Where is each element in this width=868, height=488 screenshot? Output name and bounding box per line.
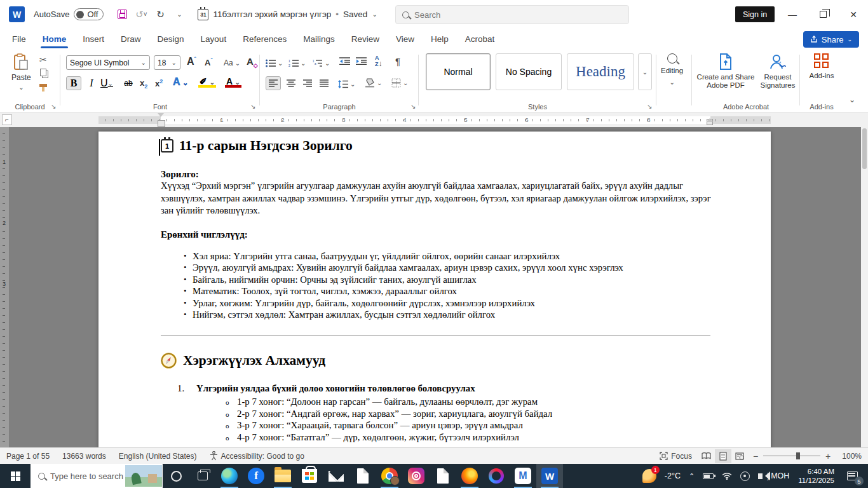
battery-button[interactable] xyxy=(700,464,717,488)
undo-button[interactable]: ↺˅ xyxy=(132,5,151,24)
action-center-button[interactable]: 5 xyxy=(840,464,864,488)
language-indicator[interactable]: English (United States) xyxy=(112,448,203,464)
restore-button[interactable] xyxy=(808,0,837,29)
editing-button[interactable]: Editing ⌄ xyxy=(661,53,683,86)
web-layout-button[interactable] xyxy=(731,449,748,463)
word-app-icon[interactable]: W xyxy=(9,6,25,22)
borders-button[interactable]: ⌄ xyxy=(391,76,408,89)
decrease-indent-button[interactable] xyxy=(339,57,350,65)
quick-access-more-button[interactable]: ⌄ xyxy=(170,5,189,24)
style-normal[interactable]: Normal xyxy=(426,53,491,90)
tray-expand-button[interactable]: ⌃ xyxy=(686,464,698,488)
change-case-button[interactable]: Aa ⌄ xyxy=(224,57,240,69)
document-page[interactable]: 1 11-р сарын Нэгдсэн Зорилго Зорилго: Хү… xyxy=(98,132,771,447)
tab-layout[interactable]: Layout xyxy=(193,29,235,50)
highlight-color-button[interactable]: ✐ ⌄ xyxy=(198,76,216,86)
horizontal-ruler[interactable]: 1 2 3 4 5 6 7 8 xyxy=(98,116,771,124)
format-painter-button[interactable] xyxy=(38,83,48,93)
sign-in-button[interactable]: Sign in xyxy=(735,6,775,22)
align-right-button[interactable] xyxy=(300,76,315,90)
start-button[interactable] xyxy=(0,464,31,488)
zoom-slider[interactable] xyxy=(763,456,820,456)
word-app[interactable]: W xyxy=(536,464,563,488)
right-indent-marker[interactable] xyxy=(707,119,713,125)
print-layout-button[interactable] xyxy=(715,449,731,463)
search-daily-image[interactable] xyxy=(125,465,162,487)
instagram-app[interactable] xyxy=(403,464,430,488)
clock[interactable]: 6:40 AM 11/12/2025 xyxy=(794,467,838,485)
tab-mailings[interactable]: Mailings xyxy=(295,29,343,50)
temperature-label[interactable]: -2°C xyxy=(661,464,684,488)
scrollbar-thumb[interactable] xyxy=(862,128,867,169)
grow-font-button[interactable]: Aˆ xyxy=(187,56,196,67)
subscript-button[interactable]: x2 xyxy=(140,78,147,90)
clipboard-dialog-launcher[interactable]: ↘ xyxy=(51,103,56,110)
read-mode-button[interactable] xyxy=(698,449,715,463)
copy-button[interactable] xyxy=(40,69,46,76)
task-view-button[interactable] xyxy=(189,464,216,488)
tab-design[interactable]: Design xyxy=(149,29,193,50)
text-effects-button[interactable]: A ⌄ xyxy=(173,76,188,88)
addins-button[interactable]: Add-ins xyxy=(804,53,839,80)
shrink-font-button[interactable]: Aˇ xyxy=(205,57,212,67)
styles-dialog-launcher[interactable]: ↘ xyxy=(647,103,652,110)
style-heading[interactable]: Heading xyxy=(567,53,634,90)
redo-button[interactable]: ↻ xyxy=(151,5,170,24)
tab-help[interactable]: Help xyxy=(423,29,457,50)
save-button[interactable] xyxy=(112,5,132,24)
tab-selector-button[interactable]: ⌐ xyxy=(2,114,12,125)
strikethrough-button[interactable]: ab xyxy=(121,76,136,90)
request-signatures-button[interactable]: × RequestSignatures xyxy=(757,53,798,90)
notepad-app[interactable] xyxy=(349,464,376,488)
bullets-button[interactable]: ⌄ xyxy=(266,57,283,69)
shading-button[interactable]: ⌄ xyxy=(365,76,382,89)
edge-app[interactable] xyxy=(216,464,243,488)
left-indent-marker[interactable] xyxy=(157,113,165,127)
zoom-in-button[interactable]: + xyxy=(825,451,831,461)
tab-home[interactable]: Home xyxy=(34,29,75,50)
vertical-scrollbar[interactable] xyxy=(861,127,868,447)
sort-button[interactable]: AZ↓ xyxy=(375,55,383,67)
line-spacing-button[interactable]: ⌄ xyxy=(338,78,355,90)
opera-app[interactable] xyxy=(483,464,510,488)
tab-acrobat[interactable]: Acrobat xyxy=(457,29,503,50)
vertical-ruler[interactable]: 1 2 3 xyxy=(0,127,9,447)
document-title-group[interactable]: 31 11бэлтгэл эрхий мэргэн үлгэр • Saved … xyxy=(198,9,377,20)
font-name-select[interactable]: Segoe UI Symbol⌄ xyxy=(66,55,150,70)
font-dialog-launcher[interactable]: ↘ xyxy=(250,103,255,110)
file-explorer-app[interactable] xyxy=(269,464,296,488)
tab-view[interactable]: View xyxy=(388,29,423,50)
zoom-level[interactable]: 100% xyxy=(836,448,868,464)
autosave-control[interactable]: AutoSave Off xyxy=(34,8,104,20)
document-app[interactable] xyxy=(430,464,456,488)
search-input[interactable]: Search xyxy=(395,5,629,24)
close-button[interactable]: ✕ xyxy=(839,0,868,29)
tab-insert[interactable]: Insert xyxy=(74,29,112,50)
wifi-button[interactable] xyxy=(719,464,735,488)
zoom-slider-thumb[interactable] xyxy=(796,452,800,459)
zoom-out-button[interactable]: − xyxy=(753,451,758,461)
create-share-pdf-button[interactable]: Create and ShareAdobe PDF xyxy=(696,53,755,90)
taskbar-search-input[interactable]: Type here to search xyxy=(31,464,163,488)
multilevel-list-button[interactable]: 1a ⌄ xyxy=(313,57,330,69)
paragraph-marks-button[interactable]: ¶ xyxy=(395,56,400,67)
chrome-app[interactable] xyxy=(376,464,403,488)
numbering-button[interactable]: 12 ⌄ xyxy=(288,57,306,69)
m-app[interactable]: M xyxy=(510,464,536,488)
minimize-button[interactable]: — xyxy=(778,0,807,29)
styles-gallery-more-button[interactable]: ⌄ xyxy=(638,53,652,90)
font-color-button[interactable]: A ⌄ xyxy=(225,76,241,86)
style-no-spacing[interactable]: No Spacing xyxy=(496,53,562,90)
word-count[interactable]: 13663 words xyxy=(56,448,112,464)
tab-draw[interactable]: Draw xyxy=(112,29,149,50)
tab-file[interactable]: File xyxy=(4,29,34,50)
increase-indent-button[interactable] xyxy=(356,57,367,65)
paste-button[interactable]: Paste ⌄ xyxy=(11,53,31,91)
weather-button[interactable]: 1 xyxy=(639,464,660,488)
autosave-toggle[interactable]: Off xyxy=(74,8,104,20)
font-size-select[interactable]: 18⌄ xyxy=(154,55,180,70)
underline-button[interactable]: U ⌄ xyxy=(99,76,114,90)
microsoft-store-app[interactable] xyxy=(296,464,323,488)
tab-references[interactable]: References xyxy=(234,29,295,50)
collapse-ribbon-button[interactable]: ⌄ xyxy=(849,95,855,104)
